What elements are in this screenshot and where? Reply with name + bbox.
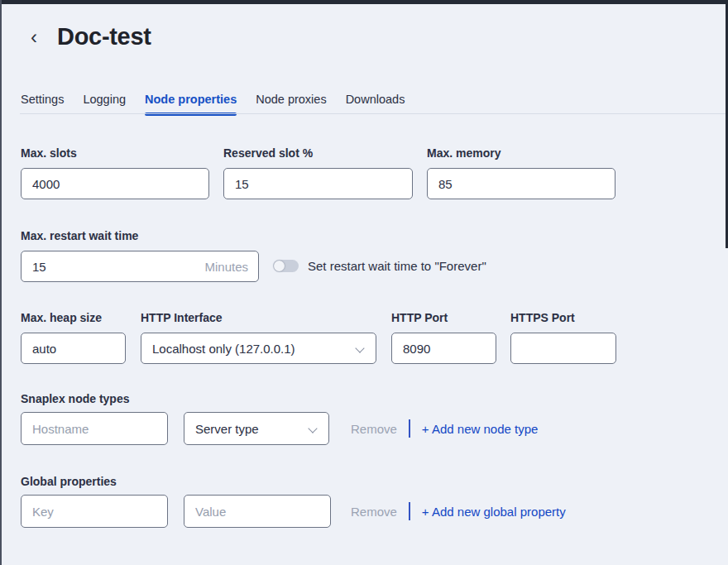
node-type-actions: Remove + Add new node type bbox=[351, 412, 538, 445]
back-button[interactable]: ‹ bbox=[27, 26, 41, 49]
global-value-input[interactable] bbox=[184, 495, 331, 528]
global-properties-label: Global properties bbox=[21, 475, 117, 488]
tab-node-properties[interactable]: Node properties bbox=[145, 93, 237, 116]
remove-node-type-button[interactable]: Remove bbox=[351, 422, 397, 436]
reserved-slot-group: Reserved slot % bbox=[223, 146, 413, 199]
max-slots-label: Max. slots bbox=[21, 146, 209, 160]
max-slots-input[interactable] bbox=[21, 168, 209, 199]
max-memory-group: Max. memory bbox=[427, 146, 615, 199]
max-memory-input[interactable] bbox=[427, 168, 615, 199]
global-value-group bbox=[184, 495, 331, 528]
tab-logging[interactable]: Logging bbox=[83, 93, 126, 116]
page-header: ‹ Doc-test bbox=[27, 23, 151, 50]
window-top-bar bbox=[0, 0, 728, 4]
forever-toggle-row: Set restart wait time to "Forever" bbox=[273, 250, 486, 281]
reserved-slot-label: Reserved slot % bbox=[223, 146, 413, 160]
http-port-group: HTTP Port bbox=[391, 311, 496, 364]
http-interface-label: HTTP Interface bbox=[141, 311, 376, 324]
https-port-label: HTTPS Port bbox=[510, 311, 616, 324]
max-heap-size-group: Max. heap size bbox=[21, 311, 126, 364]
toggle-knob-icon bbox=[274, 261, 285, 271]
http-interface-select[interactable]: Localhost only (127.0.0.1) bbox=[141, 333, 376, 364]
actions-divider bbox=[409, 502, 410, 520]
server-type-selected-value: Server type bbox=[195, 422, 259, 436]
tab-bar-divider bbox=[20, 113, 728, 114]
page-title: Doc-test bbox=[57, 23, 151, 50]
server-type-select[interactable]: Server type bbox=[184, 412, 329, 445]
tab-bar: Settings Logging Node properties Node pr… bbox=[21, 93, 405, 116]
global-key-input[interactable] bbox=[21, 495, 168, 528]
add-global-property-button[interactable]: + Add new global property bbox=[422, 505, 566, 519]
server-type-group: Server type bbox=[184, 412, 329, 445]
http-interface-group: HTTP Interface Localhost only (127.0.0.1… bbox=[141, 311, 376, 364]
remove-global-property-button[interactable]: Remove bbox=[351, 505, 397, 519]
global-key-group bbox=[21, 495, 168, 528]
window-left-border bbox=[0, 0, 2, 565]
forever-toggle-label: Set restart wait time to "Forever" bbox=[308, 259, 486, 273]
max-restart-wait-input[interactable] bbox=[21, 251, 259, 282]
forever-toggle[interactable] bbox=[273, 260, 299, 272]
max-heap-size-input[interactable] bbox=[21, 333, 126, 364]
snaplex-node-types-label: Snaplex node types bbox=[21, 392, 129, 405]
max-heap-size-label: Max. heap size bbox=[21, 311, 126, 324]
http-interface-selected-value: Localhost only (127.0.0.1) bbox=[152, 342, 295, 356]
https-port-group: HTTPS Port bbox=[510, 311, 616, 364]
actions-divider bbox=[409, 419, 410, 438]
chevron-down-icon bbox=[357, 344, 365, 352]
hostname-group bbox=[21, 412, 168, 445]
tab-settings[interactable]: Settings bbox=[21, 93, 64, 116]
tab-node-proxies[interactable]: Node proxies bbox=[256, 93, 326, 116]
hostname-input[interactable] bbox=[21, 412, 168, 445]
reserved-slot-input[interactable] bbox=[223, 168, 413, 199]
tab-downloads[interactable]: Downloads bbox=[346, 93, 405, 116]
https-port-input[interactable] bbox=[510, 333, 616, 364]
max-restart-wait-group: Max. restart wait time Minutes bbox=[21, 229, 259, 282]
max-memory-label: Max. memory bbox=[427, 146, 615, 160]
max-slots-group: Max. slots bbox=[21, 146, 209, 199]
global-property-actions: Remove + Add new global property bbox=[351, 495, 566, 528]
back-chevron-icon: ‹ bbox=[31, 26, 37, 48]
http-port-label: HTTP Port bbox=[391, 311, 496, 324]
http-port-input[interactable] bbox=[391, 333, 496, 364]
max-restart-wait-label: Max. restart wait time bbox=[21, 229, 259, 242]
chevron-down-icon bbox=[309, 424, 318, 433]
add-node-type-button[interactable]: + Add new node type bbox=[422, 422, 539, 436]
